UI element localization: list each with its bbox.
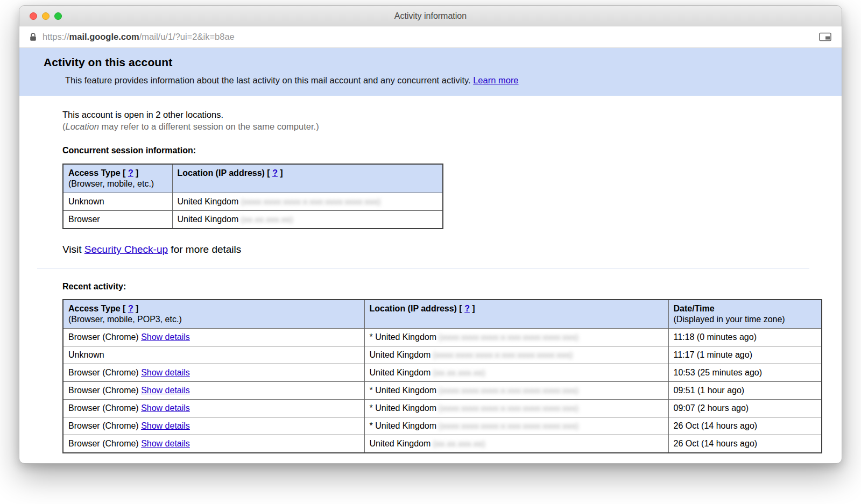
access-type-text: Browser (Chrome) xyxy=(68,332,139,342)
address-bar[interactable]: https://mail.google.com/mail/u/1/?ui=2&i… xyxy=(19,26,842,48)
access-type-cell: Unknown xyxy=(63,193,172,211)
access-type-bracket: ] xyxy=(133,168,139,178)
url-text: https://mail.google.com/mail/u/1/?ui=2&i… xyxy=(43,32,235,42)
access-type-text: Browser (Chrome) xyxy=(68,439,139,448)
access-type-text: Unknown xyxy=(68,350,104,359)
location-cell: * United Kingdom (xxxx:xxxx:xxxx:x:xxx:x… xyxy=(364,382,668,400)
recent-activity-heading: Recent activity: xyxy=(62,282,842,292)
show-details-link[interactable]: Show details xyxy=(141,421,190,430)
show-details-link[interactable]: Show details xyxy=(141,368,190,377)
traffic-lights xyxy=(19,12,62,20)
learn-more-link[interactable]: Learn more xyxy=(473,75,518,85)
access-type-header-line: Access Type [ ? ] xyxy=(68,168,167,178)
close-window-button[interactable] xyxy=(30,12,37,20)
table-row: Browser (Chrome) Show details United Kin… xyxy=(63,435,822,453)
datetime-cell: 26 Oct (14 hours ago) xyxy=(668,417,822,435)
location-cell: United Kingdom (xxxx:xxxx:xxxx:x:xxx:xxx… xyxy=(172,193,443,211)
location-help-link[interactable]: ? xyxy=(464,304,470,313)
table-row: Unknown United Kingdom (xxxx:xxxx:xxxx:x… xyxy=(63,193,443,211)
location-header-line: Location (IP address) [ ? ] xyxy=(370,304,664,314)
ip-address-redacted: (xxxx:xxxx:xxxx:x:xxx:xxxx:xxxx:xxx) xyxy=(439,403,578,413)
ip-address-redacted: (xxxx:xxxx:xxxx:x:xxx:xxxx:xxxx:xxx) xyxy=(439,421,578,430)
banner-description-text: This feature provides information about … xyxy=(65,75,471,85)
access-type-cell: Browser (Chrome) Show details xyxy=(63,364,364,382)
location-cell: * United Kingdom (xxxx:xxxx:xxxx:x:xxx:x… xyxy=(364,400,668,417)
security-checkup-line: Visit Security Check-up for more details xyxy=(62,244,842,255)
recent-header-row: Access Type [ ? ] (Browser, mobile, POP3… xyxy=(63,300,822,329)
access-type-cell: Browser (Chrome) Show details xyxy=(63,435,364,453)
recent-activity-table: Access Type [ ? ] (Browser, mobile, POP3… xyxy=(62,299,822,453)
minimize-window-button[interactable] xyxy=(42,12,50,20)
access-type-cell: Browser (Chrome) Show details xyxy=(63,329,364,346)
location-header-line: Location (IP address) [ ? ] xyxy=(178,168,438,178)
datetime-cell: 26 Oct (14 hours ago) xyxy=(668,435,822,453)
location-definition-note: (Location may refer to a different sessi… xyxy=(62,120,842,132)
location-label: Location (IP address) [ xyxy=(178,168,273,178)
access-type-help-link[interactable]: ? xyxy=(128,304,133,313)
location-country: United Kingdom xyxy=(370,439,431,448)
page-content: This account is open in 2 other location… xyxy=(19,109,842,453)
lock-icon xyxy=(30,32,37,41)
location-country: * United Kingdom xyxy=(370,403,437,413)
access-type-text: Browser (Chrome) xyxy=(68,421,139,430)
security-checkup-link[interactable]: Security Check-up xyxy=(84,244,168,255)
location-bracket: ] xyxy=(470,304,475,313)
picture-in-picture-icon[interactable] xyxy=(819,32,831,41)
access-type-text: Browser (Chrome) xyxy=(68,403,139,413)
url-domain: mail.google.com xyxy=(69,32,139,41)
note-italic-word: Location xyxy=(66,122,99,131)
location-country: * United Kingdom xyxy=(370,386,437,395)
access-type-label: Access Type [ xyxy=(68,304,128,313)
table-row: Browser (Chrome) Show details * United K… xyxy=(63,400,822,417)
browser-window: Activity information https://mail.google… xyxy=(19,5,842,464)
location-bracket: ] xyxy=(278,168,283,178)
ip-address-redacted: (xxxx:xxxx:xxxx:x:xxx:xxxx:xxxx:xxx) xyxy=(439,332,578,342)
access-type-bracket: ] xyxy=(133,304,139,313)
ip-address-redacted: (xxxx:xxxx:xxxx:x:xxx:xxxx:xxxx:xxx) xyxy=(439,386,578,395)
url-path: /mail/u/1/?ui=2&ik=b8ae xyxy=(139,32,235,41)
zoom-window-button[interactable] xyxy=(54,12,62,20)
table-row: Browser (Chrome) Show details * United K… xyxy=(63,417,822,435)
show-details-link[interactable]: Show details xyxy=(141,403,190,413)
table-row: Browser (Chrome) Show details * United K… xyxy=(63,329,822,346)
access-type-cell: Browser (Chrome) Show details xyxy=(63,417,364,435)
ip-address-redacted: (xx.xx.xxx.xx) xyxy=(241,215,293,224)
open-locations-text: This account is open in 2 other location… xyxy=(62,109,842,120)
show-details-link[interactable]: Show details xyxy=(141,439,190,448)
location-country: United Kingdom xyxy=(178,215,239,224)
location-cell: United Kingdom (xx.xx.xxx.xx) xyxy=(364,435,668,453)
ip-address-redacted: (xxxx:xxxx:xxxx:x:xxx:xxxx:xxxx:xxx) xyxy=(433,350,573,359)
banner-description: This feature provides information about … xyxy=(65,75,831,86)
location-cell: United Kingdom (xx.xx.xxx.xx) xyxy=(364,364,668,382)
datetime-cell: 09:07 (2 hours ago) xyxy=(668,400,822,417)
location-country: United Kingdom xyxy=(370,350,431,359)
datetime-subtext: (Displayed in your time zone) xyxy=(674,315,817,324)
show-details-link[interactable]: Show details xyxy=(141,332,190,342)
location-country: * United Kingdom xyxy=(370,332,437,342)
access-type-cell: Browser (Chrome) Show details xyxy=(63,400,364,417)
access-type-header-line: Access Type [ ? ] xyxy=(68,304,359,314)
location-label: Location (IP address) [ xyxy=(370,304,465,313)
security-line-post: for more details xyxy=(168,244,241,255)
location-cell: United Kingdom (xxxx:xxxx:xxxx:x:xxx:xxx… xyxy=(364,346,668,364)
concurrent-sessions-heading: Concurrent session information: xyxy=(62,146,842,155)
datetime-cell: 09:51 (1 hour ago) xyxy=(668,382,822,400)
access-type-help-link[interactable]: ? xyxy=(128,168,133,178)
concurrent-sessions-table: Access Type [ ? ] (Browser, mobile, etc.… xyxy=(62,164,443,229)
location-help-link[interactable]: ? xyxy=(272,168,278,178)
location-cell: United Kingdom (xx.xx.xxx.xx) xyxy=(172,211,443,229)
table-row: Browser (Chrome) Show details * United K… xyxy=(63,382,822,400)
location-country: United Kingdom xyxy=(370,368,431,377)
access-type-subtext: (Browser, mobile, etc.) xyxy=(68,179,167,189)
location-country: * United Kingdom xyxy=(370,421,437,430)
location-country: United Kingdom xyxy=(178,197,239,206)
page-title: Activity on this account xyxy=(44,56,831,69)
account-open-summary: This account is open in 2 other location… xyxy=(62,109,842,132)
show-details-link[interactable]: Show details xyxy=(141,386,190,395)
recent-datetime-header: Date/Time (Displayed in your time zone) xyxy=(668,300,822,329)
access-type-cell: Browser xyxy=(63,211,172,229)
table-row: Unknown United Kingdom (xxxx:xxxx:xxxx:x… xyxy=(63,346,822,364)
access-type-label: Access Type [ xyxy=(68,168,128,178)
datetime-header-line: Date/Time xyxy=(674,304,817,314)
location-cell: * United Kingdom (xxxx:xxxx:xxxx:x:xxx:x… xyxy=(364,417,668,435)
